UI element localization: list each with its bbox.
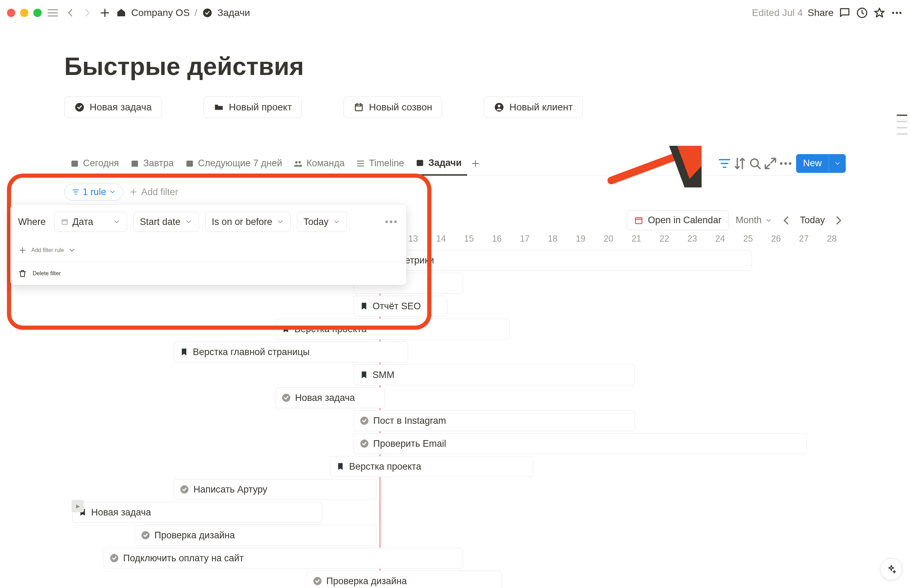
timeline-bar[interactable]: Верстка проекта — [275, 319, 510, 339]
filter-value-select[interactable]: Today — [297, 212, 347, 232]
maximize-window-icon[interactable] — [33, 9, 42, 17]
tab-next7[interactable]: Следующие 7 дней — [179, 151, 288, 176]
timeline-prev-button[interactable] — [779, 213, 793, 227]
timeline-bar[interactable]: Проверка дизайна — [135, 525, 377, 546]
bar-label: SMM — [373, 370, 395, 380]
timeline-bar[interactable]: Подключить оплату на сайт — [104, 548, 463, 569]
calendar-icon — [61, 218, 68, 226]
comments-icon[interactable] — [839, 6, 851, 19]
expand-icon[interactable] — [763, 156, 778, 171]
new-client-button[interactable]: Новый клиент — [484, 97, 583, 118]
timeline-bar[interactable]: SMM — [354, 365, 635, 385]
svg-point-15 — [751, 159, 758, 166]
updates-icon[interactable] — [856, 6, 868, 19]
tab-today[interactable]: Сегодня — [64, 151, 124, 176]
filter-where-label: Where — [18, 216, 46, 227]
filter-rule-chip[interactable]: 1 rule — [64, 184, 123, 200]
new-task-button[interactable]: Новая задача — [64, 97, 162, 118]
day-label: 18 — [539, 234, 567, 244]
svg-point-0 — [203, 9, 212, 17]
filter-bar: 1 rule Add filter — [64, 181, 846, 204]
breadcrumb-page[interactable]: Задачи — [217, 7, 250, 18]
filter-subfield-select[interactable]: Start date — [133, 212, 199, 232]
back-icon[interactable] — [64, 6, 76, 19]
timeline-bar[interactable]: Верстка главной страницы — [174, 342, 408, 362]
filter-operator-select[interactable]: Is on or before — [205, 212, 291, 232]
filter-rule-count: 1 rule — [83, 187, 106, 197]
timeline-next-button[interactable] — [832, 213, 846, 227]
sidebar-toggle-icon[interactable] — [47, 6, 59, 19]
new-button[interactable]: New — [796, 154, 846, 173]
list-icon — [356, 158, 365, 168]
bar-label: Верстка проекта — [349, 461, 421, 472]
calendar-icon — [130, 158, 139, 168]
chevron-down-icon — [109, 189, 116, 195]
day-label: 27 — [790, 234, 818, 244]
filter-field-select[interactable]: Дата — [54, 212, 127, 232]
new-tab-icon[interactable] — [99, 6, 111, 19]
bookmark-icon — [180, 347, 189, 357]
close-window-icon[interactable] — [7, 9, 15, 17]
filter-icon[interactable] — [717, 156, 732, 171]
edited-label: Edited Jul 4 — [752, 7, 803, 18]
timeline-bar[interactable]: Пост в Instagram — [354, 410, 635, 431]
day-label: 21 — [622, 234, 650, 244]
plus-icon — [18, 246, 27, 255]
tab-tasks[interactable]: Задачи — [410, 151, 467, 176]
timeline-bar[interactable]: Написать Артуру — [174, 479, 377, 500]
check-circle-icon — [359, 439, 369, 449]
new-button-label: New — [796, 158, 829, 169]
bookmark-icon — [359, 370, 369, 380]
view-tabs: Сегодня Завтра Следующие 7 дней Команда … — [64, 151, 846, 176]
bar-label: Проверка дизайна — [155, 530, 235, 541]
favorite-icon[interactable] — [873, 6, 886, 19]
open-in-calendar-button[interactable]: Open in Calendar — [627, 210, 729, 230]
check-circle-icon — [359, 416, 369, 426]
svg-point-29 — [390, 220, 392, 223]
svg-point-2 — [892, 12, 894, 14]
timeline-scale-select[interactable]: Month — [736, 215, 772, 226]
day-label: 25 — [734, 234, 762, 244]
plus-icon — [129, 187, 138, 197]
filter-value-label: Today — [304, 216, 329, 227]
person-icon — [494, 102, 504, 113]
ai-fab-button[interactable] — [880, 558, 902, 580]
chevron-down-icon — [68, 246, 76, 254]
delete-filter-button[interactable]: Delete filter — [10, 262, 406, 285]
expand-handle-icon[interactable]: ▸ — [71, 500, 84, 512]
svg-rect-11 — [186, 160, 193, 166]
view-more-icon[interactable] — [778, 156, 793, 171]
forward-icon[interactable] — [81, 6, 94, 19]
new-button-dropdown[interactable] — [829, 154, 846, 173]
share-button[interactable]: Share — [808, 7, 834, 18]
day-label: 16 — [483, 234, 510, 244]
page-minimap[interactable] — [897, 115, 907, 135]
filter-rule-more-icon[interactable] — [384, 214, 399, 229]
timeline-bar[interactable]: Проверка дизайна — [307, 571, 502, 588]
sort-icon[interactable] — [732, 156, 748, 171]
tab-tomorrow[interactable]: Завтра — [124, 151, 179, 176]
new-call-button[interactable]: Новый созвон — [343, 97, 442, 118]
tab-timeline[interactable]: Timeline — [350, 151, 410, 176]
search-icon[interactable] — [748, 156, 763, 171]
tab-next7-label: Следующие 7 дней — [198, 158, 282, 169]
new-project-button[interactable]: Новый проект — [204, 97, 302, 118]
timeline-bar[interactable]: Новая задача — [72, 502, 322, 523]
timeline-bar[interactable]: Проверить Email — [354, 433, 807, 454]
tab-team[interactable]: Команда — [288, 151, 350, 176]
add-filter-button[interactable]: Add filter — [129, 187, 178, 197]
timeline-bar[interactable]: Верстка проекта — [330, 456, 533, 477]
timeline-bar[interactable]: Новая задача — [275, 388, 385, 408]
breadcrumb-workspace[interactable]: Company OS — [131, 7, 189, 18]
bar-label: Новая задача — [295, 393, 355, 403]
timeline-bar[interactable]: Отчёт SEO — [354, 296, 447, 317]
more-icon[interactable] — [891, 6, 903, 19]
new-client-label: Новый клиент — [509, 102, 573, 113]
filter-rule-row: Where Дата Start date Is on or before To… — [10, 205, 406, 239]
add-filter-label: Add filter — [141, 187, 178, 197]
add-filter-rule-button[interactable]: Add filter rule — [10, 239, 406, 262]
minimize-window-icon[interactable] — [20, 9, 29, 17]
add-view-button[interactable] — [467, 151, 484, 176]
app-chrome: Company OS / Задачи Edited Jul 4 Share — [0, 0, 910, 26]
timeline-today-button[interactable]: Today — [800, 215, 825, 226]
